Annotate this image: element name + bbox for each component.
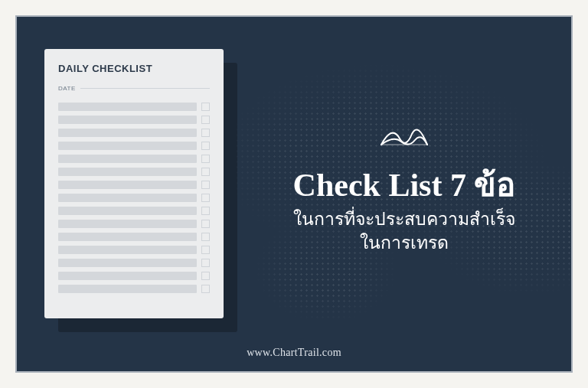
- checklist-row: [58, 194, 210, 202]
- row-checkbox: [201, 272, 210, 280]
- checklist-row: [58, 155, 210, 163]
- checklist-row: [58, 259, 210, 267]
- headline-subtitle: ในการที่จะประสบความสำเร็จ ในการเทรด: [259, 207, 550, 255]
- row-bar: [58, 155, 197, 163]
- row-checkbox: [201, 194, 210, 202]
- row-checkbox: [201, 285, 210, 293]
- checklist-row: [58, 207, 210, 215]
- chart-wave-icon: [378, 120, 430, 157]
- date-underline: [80, 88, 210, 89]
- checklist-row: [58, 168, 210, 176]
- row-checkbox: [201, 116, 210, 124]
- row-bar: [58, 207, 197, 215]
- row-bar: [58, 233, 197, 241]
- row-checkbox: [201, 129, 210, 137]
- row-checkbox: [201, 181, 210, 189]
- checklist-row: [58, 285, 210, 293]
- checklist-row: [58, 181, 210, 189]
- headline-block: Check List 7 ข้อ ในการที่จะประสบความสำเร…: [259, 120, 550, 255]
- checklist-row: [58, 103, 210, 111]
- subtitle-line-1: ในการที่จะประสบความสำเร็จ: [293, 209, 515, 229]
- checklist-row: [58, 272, 210, 280]
- row-bar: [58, 168, 197, 176]
- row-bar: [58, 116, 197, 124]
- row-bar: [58, 246, 197, 254]
- checklist-row: [58, 129, 210, 137]
- row-bar: [58, 285, 197, 293]
- row-checkbox: [201, 246, 210, 254]
- checklist-card: DAILY CHECKLIST DATE: [44, 49, 224, 318]
- checklist-row: [58, 142, 210, 150]
- row-checkbox: [201, 168, 210, 176]
- banner-frame: DAILY CHECKLIST DATE Check List 7 ข้อ ใน…: [15, 15, 573, 373]
- subtitle-line-2: ในการเทรด: [360, 233, 449, 253]
- checklist-title: DAILY CHECKLIST: [58, 63, 210, 74]
- row-bar: [58, 259, 197, 267]
- checklist-rows: [58, 103, 210, 293]
- row-bar: [58, 194, 197, 202]
- row-bar: [58, 129, 197, 137]
- row-checkbox: [201, 220, 210, 228]
- row-bar: [58, 220, 197, 228]
- row-bar: [58, 181, 197, 189]
- checklist-row: [58, 220, 210, 228]
- checklist-date-label: DATE: [58, 85, 76, 92]
- row-checkbox: [201, 103, 210, 111]
- row-bar: [58, 272, 197, 280]
- row-checkbox: [201, 155, 210, 163]
- row-checkbox: [201, 142, 210, 150]
- footer-url: www.ChartTrail.com: [17, 347, 571, 359]
- headline-title: Check List 7 ข้อ: [259, 168, 550, 203]
- checklist-row: [58, 233, 210, 241]
- checklist-date-row: DATE: [58, 85, 210, 92]
- checklist-row: [58, 116, 210, 124]
- row-bar: [58, 103, 197, 111]
- row-bar: [58, 142, 197, 150]
- checklist-row: [58, 246, 210, 254]
- row-checkbox: [201, 207, 210, 215]
- row-checkbox: [201, 233, 210, 241]
- row-checkbox: [201, 259, 210, 267]
